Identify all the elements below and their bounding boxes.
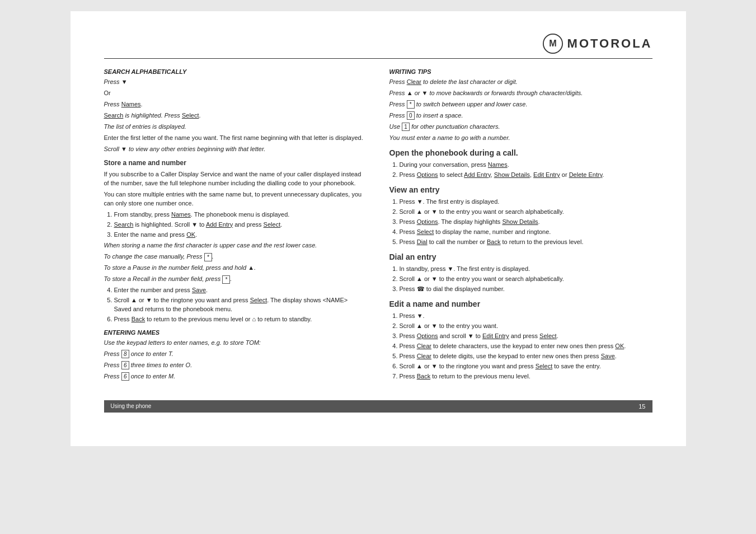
edit-step-3: Press Options and scroll ▼ to Edit Entry… <box>400 332 652 341</box>
entering-line-1: Use the keypad letters to enter names, e… <box>104 339 367 348</box>
store-italic-1: When storing a name the first character … <box>104 241 367 250</box>
edit-step-4: Press Clear to delete characters, use th… <box>400 342 652 351</box>
scroll-view: Scroll ▼ to view any other entries begin… <box>104 145 367 154</box>
open-phonebook-step-2: Press Options to select Add Entry, Show … <box>400 171 652 180</box>
edit-step-7: Press Back to return to the previous men… <box>400 372 652 381</box>
view-entry-steps: Press ▼. The first entry is displayed. S… <box>389 198 652 247</box>
writing-tip-3: Press * to switch between upper and lowe… <box>389 100 652 109</box>
open-phonebook-step-1: During your conversation, press Names. <box>400 161 652 170</box>
search-alpha-title: SEARCH ALPHABETICALLY <box>104 68 367 77</box>
open-phonebook-title: Open the phonebook during a call. <box>389 147 652 158</box>
left-column: SEARCH ALPHABETICALLY Press ▼ Or Press N… <box>104 68 367 383</box>
writing-tip-5: Use 1 for other punctuation characters. <box>389 123 652 132</box>
edit-steps: Press ▼. Scroll ▲ or ▼ to the entry you … <box>389 312 652 381</box>
writing-tips-title: WRITING TIPS <box>389 68 652 77</box>
footer-label: Using the phone <box>111 403 152 409</box>
search-line-2: Or <box>104 89 367 98</box>
edit-step-6: Scroll ▲ or ▼ to the ringtone you want a… <box>400 362 652 371</box>
entering-line-4: Press 6 once to enter M. <box>104 372 367 381</box>
star-key-2: * <box>222 275 230 284</box>
store-step-4: Enter the number and press Save. <box>114 286 367 295</box>
store-italic-2: To change the case manually, Press *. <box>104 252 367 261</box>
search-highlighted: Search is highlighted. Press Select. <box>104 111 367 120</box>
key-1: 1 <box>402 123 410 131</box>
view-entry-step-5: Press Dial to call the number or Back to… <box>400 238 652 247</box>
page-container: M MOTOROLA SEARCH ALPHABETICALLY Press ▼… <box>71 11 686 446</box>
store-p1: If you subscribe to a Caller Display Ser… <box>104 170 367 188</box>
writing-tip-2: Press ▲ or ▼ to move backwards or forwar… <box>389 89 652 98</box>
dial-entry-steps: In standby, press ▼. The first entry is … <box>389 265 652 294</box>
edit-title: Edit a name and number <box>389 298 652 310</box>
enter-first-letter: Enter the first letter of the name you w… <box>104 134 367 143</box>
store-italic-4: To store a Recall in the number field, p… <box>104 275 367 284</box>
store-steps-list: From standby, press Names. The phonebook… <box>104 210 367 240</box>
entering-line-2: Press 8 once to enter T. <box>104 350 367 359</box>
store-italic-3: To store a Pause in the number field, pr… <box>104 264 367 273</box>
view-entry-step-4: Press Select to display the name, number… <box>400 228 652 237</box>
list-displayed: The list of entries is displayed. <box>104 123 367 132</box>
view-entry-step-3: Press Options. The display highlights Sh… <box>400 218 652 227</box>
view-entry-step-2: Scroll ▲ or ▼ to the entry you want or s… <box>400 208 652 217</box>
store-step-6: Press Back to return to the previous men… <box>114 315 367 324</box>
footer-bar: Using the phone 15 <box>104 400 652 413</box>
view-entry-step-1: Press ▼. The first entry is displayed. <box>400 198 652 207</box>
dial-entry-step-2: Scroll ▲ or ▼ to the entry you want or s… <box>400 275 652 284</box>
right-column: WRITING TIPS Press Clear to delete the l… <box>389 68 652 383</box>
entering-names-title: ENTERING NAMES <box>104 329 367 338</box>
edit-step-2: Scroll ▲ or ▼ to the entry you want. <box>400 322 652 331</box>
writing-tip-4: Press 0 to insert a space. <box>389 111 652 120</box>
entering-line-3: Press 6 three times to enter O. <box>104 361 367 370</box>
dial-entry-step-3: Press ☎ to dial the displayed number. <box>400 285 652 294</box>
footer-page-num: 15 <box>638 403 645 410</box>
svg-text:M: M <box>549 38 556 48</box>
content-columns: SEARCH ALPHABETICALLY Press ▼ Or Press N… <box>104 68 652 383</box>
store-step-5: Scroll ▲ or ▼ to the ringtone you want a… <box>114 296 367 314</box>
search-line-1: Press ▼ <box>104 78 367 87</box>
key-0: 0 <box>407 111 415 120</box>
open-phonebook-steps: During your conversation, press Names. P… <box>389 161 652 180</box>
edit-step-1: Press ▼. <box>400 312 652 321</box>
store-step-1: From standby, press Names. The phonebook… <box>114 210 367 219</box>
store-steps-list-2: Enter the number and press Save. Scroll … <box>104 286 367 324</box>
writing-tip-1: Press Clear to delete the last character… <box>389 78 652 87</box>
edit-step-5: Press Clear to delete digits, use the ke… <box>400 352 652 361</box>
star-key-3: * <box>407 100 415 109</box>
key-8: 8 <box>121 350 129 358</box>
motorola-logo-icon: M <box>543 34 563 54</box>
dial-entry-title: Dial an entry <box>389 251 652 263</box>
search-line-3: Press Names. <box>104 100 367 109</box>
logo-area: M MOTOROLA <box>104 34 652 59</box>
store-step-2: Search is highlighted. Scroll ▼ to Add E… <box>114 221 367 229</box>
key-6b: 6 <box>121 372 129 381</box>
dial-entry-step-1: In standby, press ▼. The first entry is … <box>400 265 652 274</box>
writing-tip-6: You must enter a name to go with a numbe… <box>389 134 652 143</box>
store-step-3: Enter the name and press OK. <box>114 231 367 240</box>
star-key: * <box>204 253 212 261</box>
key-6a: 6 <box>121 361 129 369</box>
view-entry-title: View an entry <box>389 184 652 195</box>
store-title: Store a name and number <box>104 158 367 168</box>
store-p2: You can store multiple entries with the … <box>104 190 367 208</box>
logo-text: MOTOROLA <box>567 36 652 51</box>
